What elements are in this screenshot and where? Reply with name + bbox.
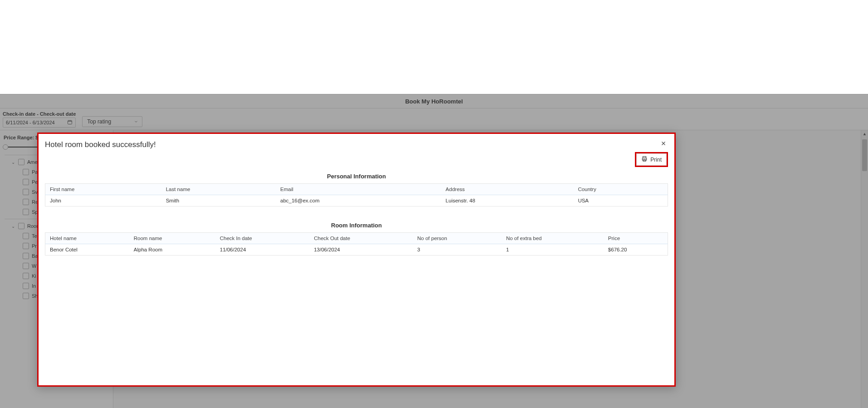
col-address: Address — [441, 184, 574, 195]
cell-checkin: 11/06/2024 — [215, 244, 309, 256]
cell-last-name: Smith — [161, 195, 276, 206]
col-extrabed: No of extra bed — [502, 233, 604, 244]
dialog-title: Hotel room booked successfully! — [45, 140, 668, 149]
personal-info-heading: Personal Information — [45, 173, 668, 180]
blank-region — [0, 0, 868, 94]
col-country: Country — [573, 184, 668, 195]
col-price: Price — [604, 233, 668, 244]
table-header-row: First name Last name Email Address Count… — [45, 184, 668, 195]
booking-success-dialog: Hotel room booked successfully! Print Pe… — [37, 133, 676, 387]
cell-room: Alpha Room — [129, 244, 215, 256]
col-first-name: First name — [45, 184, 161, 195]
cell-extrabed: 1 — [502, 244, 604, 256]
col-email: Email — [276, 184, 441, 195]
room-info-table: Hotel name Room name Check In date Check… — [45, 232, 668, 256]
cell-persons: 3 — [413, 244, 502, 256]
cell-checkout: 13/06/2024 — [309, 244, 413, 256]
table-row: Benor Cotel Alpha Room 11/06/2024 13/06/… — [45, 244, 668, 256]
print-button[interactable]: Print — [636, 153, 667, 166]
col-checkin: Check In date — [215, 233, 309, 244]
col-checkout: Check Out date — [309, 233, 413, 244]
print-label: Print — [650, 157, 662, 163]
cell-country: USA — [573, 195, 668, 206]
cell-price: $676.20 — [604, 244, 668, 256]
col-hotel: Hotel name — [45, 233, 129, 244]
personal-info-table: First name Last name Email Address Count… — [45, 183, 668, 206]
cell-address: Luisenstr. 48 — [441, 195, 574, 206]
cell-email: abc_16@ex.com — [276, 195, 441, 206]
table-row: John Smith abc_16@ex.com Luisenstr. 48 U… — [45, 195, 668, 206]
cell-first-name: John — [45, 195, 161, 206]
col-persons: No of person — [413, 233, 502, 244]
col-room: Room name — [129, 233, 215, 244]
cell-hotel: Benor Cotel — [45, 244, 129, 256]
close-icon — [660, 140, 667, 148]
room-info-heading: Room Information — [45, 222, 668, 229]
col-last-name: Last name — [161, 184, 276, 195]
table-header-row: Hotel name Room name Check In date Check… — [45, 233, 668, 244]
printer-icon — [641, 156, 648, 163]
close-button[interactable] — [659, 139, 668, 148]
print-highlight: Print — [635, 152, 668, 167]
